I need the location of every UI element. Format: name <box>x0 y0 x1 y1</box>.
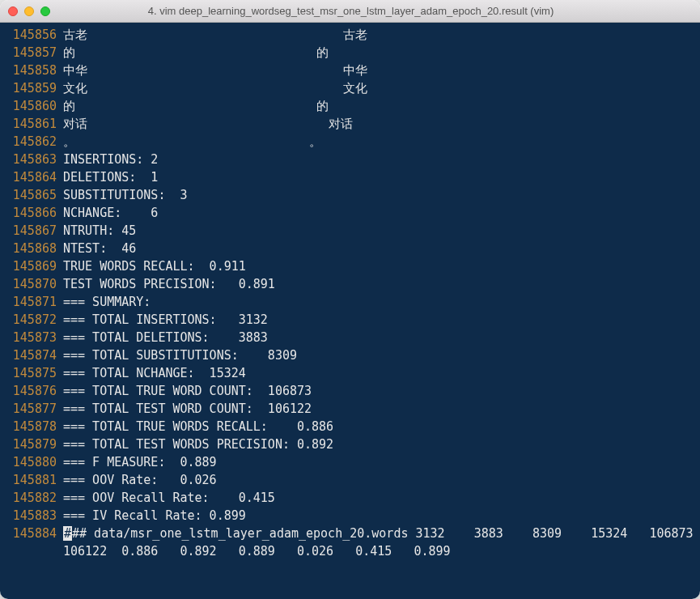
line-content: TRUE WORDS RECALL: 0.911 <box>63 257 694 275</box>
terminal-row: 145861对话 对话 <box>6 115 694 133</box>
terminal-row: 145875=== TOTAL NCHANGE: 15324 <box>6 364 694 382</box>
line-content: 的 的 <box>63 97 694 115</box>
line-content: 中华 中华 <box>63 62 694 79</box>
terminal-row: 145883=== IV Recall Rate: 0.899 <box>6 507 694 525</box>
terminal-row: 145864DELETIONS: 1 <box>6 168 694 186</box>
line-content: NCHANGE: 6 <box>63 204 694 222</box>
terminal-row: 145880=== F MEASURE: 0.889 <box>6 453 694 471</box>
line-number: 145878 <box>6 418 57 435</box>
line-content: === OOV Recall Rate: 0.415 <box>63 489 694 507</box>
line-content: TEST WORDS PRECISION: 0.891 <box>63 275 694 293</box>
window-title: 4. vim deep_learning_wordseg_test_msr_on… <box>10 5 692 17</box>
terminal-row: 145869TRUE WORDS RECALL: 0.911 <box>6 257 694 275</box>
terminal-row: 145876=== TOTAL TRUE WORD COUNT: 106873 <box>6 382 694 400</box>
terminal-row: 145868NTEST: 46 <box>6 240 694 257</box>
line-text: ## data/msr_one_lstm_layer_adam_epoch_20… <box>63 526 700 559</box>
line-content: === TOTAL TEST WORDS PRECISION: 0.892 <box>63 435 694 453</box>
terminal-row: 145884### data/msr_one_lstm_layer_adam_e… <box>6 525 694 560</box>
terminal-row: 145866NCHANGE: 6 <box>6 204 694 222</box>
terminal-row: 145856古老 古老 <box>6 26 694 44</box>
line-content: NTRUTH: 45 <box>63 222 694 240</box>
line-number: 145858 <box>6 62 57 79</box>
line-content: 的 的 <box>63 44 694 62</box>
line-number: 145870 <box>6 275 57 293</box>
line-number: 145859 <box>6 79 57 97</box>
terminal-row: 145872=== TOTAL INSERTIONS: 3132 <box>6 311 694 329</box>
macos-window: 4. vim deep_learning_wordseg_test_msr_on… <box>0 0 700 599</box>
line-number: 145884 <box>6 525 57 560</box>
line-content: ### data/msr_one_lstm_layer_adam_epoch_2… <box>63 525 694 560</box>
line-number: 145872 <box>6 311 57 329</box>
terminal-row: 145873=== TOTAL DELETIONS: 3883 <box>6 329 694 346</box>
line-content: 。 。 <box>63 133 694 151</box>
line-number: 145866 <box>6 204 57 222</box>
terminal-row: 145877=== TOTAL TEST WORD COUNT: 106122 <box>6 400 694 418</box>
window-titlebar[interactable]: 4. vim deep_learning_wordseg_test_msr_on… <box>0 0 700 23</box>
line-content: === SUMMARY: <box>63 293 694 311</box>
line-number: 145874 <box>6 346 57 364</box>
line-content: === IV Recall Rate: 0.899 <box>63 507 694 525</box>
terminal-row: 145874=== TOTAL SUBSTITUTIONS: 8309 <box>6 346 694 364</box>
line-number: 145860 <box>6 97 57 115</box>
line-content: === TOTAL TRUE WORDS RECALL: 0.886 <box>63 418 694 435</box>
line-number: 145883 <box>6 507 57 525</box>
terminal-viewport[interactable]: 145856古老 古老145857的 的145858中华 中华145859文化 … <box>0 23 700 599</box>
terminal-row: 145857的 的 <box>6 44 694 62</box>
line-number: 145864 <box>6 168 57 186</box>
line-number: 145880 <box>6 453 57 471</box>
line-content: NTEST: 46 <box>63 240 694 257</box>
terminal-row: 145860的 的 <box>6 97 694 115</box>
line-content: 文化 文化 <box>63 79 694 97</box>
line-number: 145882 <box>6 489 57 507</box>
line-content: === TOTAL TRUE WORD COUNT: 106873 <box>63 382 694 400</box>
line-content: === TOTAL NCHANGE: 15324 <box>63 364 694 382</box>
line-content: === TOTAL SUBSTITUTIONS: 8309 <box>63 346 694 364</box>
line-number: 145869 <box>6 257 57 275</box>
line-number: 145875 <box>6 364 57 382</box>
line-content: === OOV Rate: 0.026 <box>63 471 694 489</box>
line-content: 对话 对话 <box>63 115 694 133</box>
terminal-row: 145879=== TOTAL TEST WORDS PRECISION: 0.… <box>6 435 694 453</box>
line-number: 145881 <box>6 471 57 489</box>
line-number: 145861 <box>6 115 57 133</box>
line-number: 145879 <box>6 435 57 453</box>
line-number: 145877 <box>6 400 57 418</box>
terminal-row: 145865SUBSTITUTIONS: 3 <box>6 186 694 204</box>
line-content: === F MEASURE: 0.889 <box>63 453 694 471</box>
terminal-row: 145858中华 中华 <box>6 62 694 79</box>
line-number: 145865 <box>6 186 57 204</box>
terminal-row: 145882=== OOV Recall Rate: 0.415 <box>6 489 694 507</box>
terminal-row: 145881=== OOV Rate: 0.026 <box>6 471 694 489</box>
line-content: SUBSTITUTIONS: 3 <box>63 186 694 204</box>
terminal-row: 145870TEST WORDS PRECISION: 0.891 <box>6 275 694 293</box>
terminal-row: 145871=== SUMMARY: <box>6 293 694 311</box>
line-content: === TOTAL TEST WORD COUNT: 106122 <box>63 400 694 418</box>
line-number: 145862 <box>6 133 57 151</box>
cursor: # <box>63 526 72 541</box>
terminal-row: 145859文化 文化 <box>6 79 694 97</box>
line-number: 145873 <box>6 329 57 346</box>
line-number: 145876 <box>6 382 57 400</box>
terminal-row: 145878=== TOTAL TRUE WORDS RECALL: 0.886 <box>6 418 694 435</box>
terminal-row: 145862。 。 <box>6 133 694 151</box>
line-number: 145857 <box>6 44 57 62</box>
line-content: 古老 古老 <box>63 26 694 44</box>
line-content: === TOTAL DELETIONS: 3883 <box>63 329 694 346</box>
terminal-row: 145867NTRUTH: 45 <box>6 222 694 240</box>
terminal-row: 145863INSERTIONS: 2 <box>6 151 694 168</box>
line-number: 145863 <box>6 151 57 168</box>
line-number: 145856 <box>6 26 57 44</box>
line-number: 145867 <box>6 222 57 240</box>
line-content: === TOTAL INSERTIONS: 3132 <box>63 311 694 329</box>
line-number: 145868 <box>6 240 57 257</box>
line-content: INSERTIONS: 2 <box>63 151 694 168</box>
line-number: 145871 <box>6 293 57 311</box>
line-content: DELETIONS: 1 <box>63 168 694 186</box>
